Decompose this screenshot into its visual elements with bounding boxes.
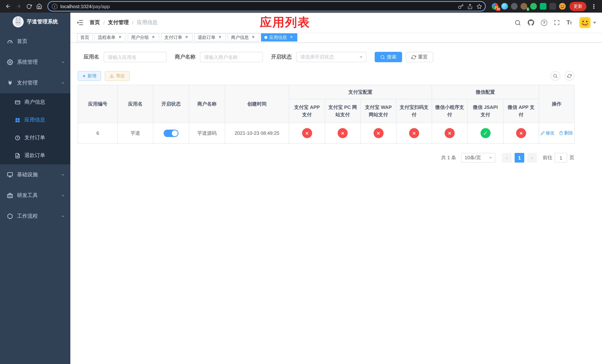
logo-avatar — [12, 16, 23, 27]
refresh-table-button[interactable] — [565, 71, 574, 81]
wechat-app-status-icon: × — [516, 128, 526, 138]
sidebar-item-infrastructure[interactable]: 基础设施 — [0, 164, 70, 185]
fullscreen-icon — [554, 20, 560, 26]
edit-button[interactable]: 修改 — [540, 130, 554, 136]
site-info-icon[interactable]: i — [52, 3, 57, 9]
col-header-wechat-jsapi: 微信 JSAPI 支付 — [467, 99, 503, 123]
close-icon[interactable]: × — [151, 35, 156, 40]
sidebar-toggle-button[interactable] — [76, 19, 84, 26]
merchant-name-input[interactable] — [200, 52, 263, 62]
enable-toggle[interactable] — [164, 129, 178, 137]
col-header-merchant: 商户名称 — [189, 85, 225, 123]
chevron-down-icon — [61, 172, 65, 177]
tab-process-form[interactable]: 流程表单× — [94, 33, 126, 42]
add-button[interactable]: + 新增 — [78, 71, 101, 81]
extension-icon-blue[interactable] — [501, 3, 508, 10]
help-icon[interactable]: ? — [541, 20, 547, 26]
sidebar-item-home[interactable]: 首页 — [0, 31, 70, 52]
sidebar-logo[interactable]: 芋道管理系统 — [0, 13, 70, 31]
tab-user-group[interactable]: 用户分组× — [128, 33, 159, 42]
extension-icon-pin[interactable] — [549, 3, 556, 10]
alipay-wap-status-icon: × — [373, 128, 383, 138]
edit-button-label: 修改 — [546, 130, 554, 136]
tab-refund-order[interactable]: 退款订单× — [194, 33, 226, 42]
reload-icon — [26, 3, 32, 9]
back-button[interactable] — [3, 1, 13, 11]
home-icon — [36, 3, 42, 9]
extension-icon-green-square[interactable] — [540, 3, 547, 10]
tab-home[interactable]: 首页 — [77, 33, 93, 42]
col-header-wechat-mini: 微信小程序支付 — [432, 99, 467, 123]
status-select[interactable]: 请选择开启状态 — [296, 52, 366, 62]
extension-badge: 10 — [496, 7, 501, 11]
delete-button[interactable]: 删除 — [559, 130, 573, 136]
page-size-select[interactable]: 10条/页 — [461, 153, 495, 162]
fullscreen-button[interactable] — [554, 20, 560, 26]
update-button[interactable]: 更新 — [570, 2, 586, 11]
tab-pay-order[interactable]: 支付订单× — [161, 33, 193, 42]
extension-badge-green: 1 — [526, 7, 529, 11]
close-icon[interactable]: × — [184, 35, 189, 40]
sidebar-item-payment[interactable]: ￥ 支付管理 — [0, 73, 70, 93]
bookmark-star-icon[interactable] — [476, 3, 482, 9]
forward-button[interactable] — [13, 1, 24, 11]
sidebar-item-app-info[interactable]: 应用信息 — [0, 111, 70, 129]
alipay-qr-status-icon: × — [409, 128, 419, 138]
goto-page-input[interactable] — [555, 153, 567, 162]
active-tab-dot — [264, 36, 267, 39]
address-bar[interactable]: i localhost:1024/pay/app — [47, 1, 486, 11]
sidebar-item-pay-order[interactable]: 支付订单 — [0, 129, 70, 147]
profile-avatar[interactable] — [559, 3, 566, 10]
tab-merchant-info[interactable]: 商户信息× — [228, 33, 259, 42]
breadcrumb-home[interactable]: 首页 — [90, 19, 100, 26]
menu-kebab-button[interactable]: ⋮ — [589, 1, 599, 11]
page-content: 应用名 商户名称 开启状态 请选择开启状态 搜索 重置 — [70, 43, 602, 364]
sidebar-item-system[interactable]: 系统管理 — [0, 52, 70, 73]
search-icon — [515, 20, 521, 26]
close-icon[interactable]: × — [289, 35, 294, 40]
home-button[interactable] — [34, 1, 44, 11]
header-search-button[interactable] — [515, 20, 521, 26]
export-button[interactable]: 导出 — [105, 71, 129, 81]
cell-alipay-app: × — [289, 123, 325, 143]
share-icon[interactable] — [467, 3, 473, 9]
sidebar-item-label: 支付订单 — [24, 134, 45, 141]
url-path: /pay/app — [91, 3, 110, 9]
goto-label: 前往 — [543, 154, 552, 161]
tab-app-info[interactable]: 应用信息× — [261, 33, 297, 42]
sidebar-item-refund-order[interactable]: 退款订单 — [0, 147, 70, 164]
toggle-search-button[interactable] — [550, 71, 560, 81]
next-page-button[interactable]: › — [527, 153, 537, 162]
search-button[interactable]: 搜索 — [375, 52, 402, 62]
extension-icon-colorful[interactable]: 10 — [492, 3, 498, 10]
font-size-button[interactable]: TT — [567, 19, 572, 26]
col-header-alipay-qr: 支付宝扫码支付 — [396, 99, 432, 123]
close-icon[interactable]: × — [251, 35, 256, 40]
col-header-wechat-app: 微信 APP 支付 — [503, 99, 539, 123]
cell-create-time: 2021-10-23 08:49:25 — [225, 123, 289, 143]
app-name-input[interactable] — [104, 52, 167, 62]
github-button[interactable] — [527, 19, 534, 26]
sidebar-item-workflow[interactable]: 工作流程 — [0, 206, 70, 227]
key-icon[interactable] — [458, 3, 463, 9]
tab-label: 首页 — [80, 34, 89, 41]
reset-button[interactable]: 重置 — [406, 52, 433, 62]
user-menu[interactable] — [580, 17, 596, 28]
reload-button[interactable] — [24, 1, 34, 11]
extension-icon-green-circle[interactable] — [530, 3, 537, 10]
close-icon[interactable]: × — [117, 35, 123, 40]
prev-page-button[interactable]: ‹ — [502, 153, 512, 162]
close-icon[interactable]: × — [217, 35, 223, 40]
col-header-actions: 操作 — [539, 85, 574, 123]
search-button-label: 搜索 — [387, 54, 397, 60]
refresh-icon — [567, 74, 572, 78]
extension-icon-avatar[interactable]: 1 — [521, 3, 527, 10]
merchant-card-icon — [14, 99, 21, 105]
current-page-button[interactable]: 1 — [515, 153, 524, 162]
table-toolbar: + 新增 导出 — [78, 71, 574, 81]
sidebar-item-merchant-info[interactable]: 商户信息 — [0, 93, 70, 111]
sidebar-item-dev-tools[interactable]: 研发工具 — [0, 185, 70, 206]
breadcrumb-payment[interactable]: 支付管理 — [108, 19, 129, 26]
col-header-app-id: 应用编号 — [78, 85, 118, 123]
extension-icon-dark[interactable] — [511, 3, 517, 10]
